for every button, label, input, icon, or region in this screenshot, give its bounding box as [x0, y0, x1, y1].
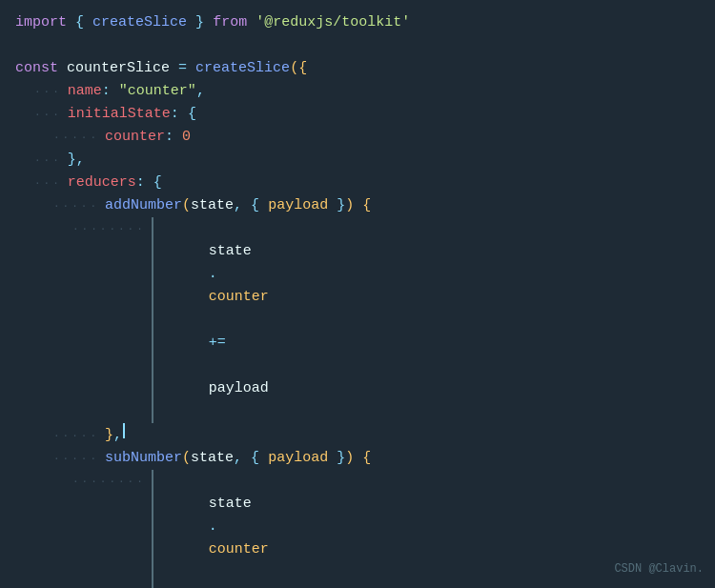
- code-line-4: ··· name : "counter" ,: [34, 80, 700, 103]
- code-line-11: ····· } ,: [53, 423, 700, 447]
- code-line-1: import { createSlice } from '@reduxjs/to…: [15, 11, 700, 34]
- code-editor: import { createSlice } from '@reduxjs/to…: [0, 0, 715, 588]
- empty-line-1: [15, 34, 700, 57]
- watermark: CSDN @Clavin.: [614, 560, 704, 578]
- code-line-7: ··· } ,: [34, 149, 700, 172]
- code-line-12: ····· subNumber ( state , { payload } ) …: [53, 447, 700, 470]
- code-line-5: ··· initialState : {: [34, 103, 700, 126]
- code-line-8: ··· reducers : {: [34, 172, 700, 194]
- keyword-import: import: [15, 11, 67, 34]
- code-line-13: ········ state . counter -= payload: [72, 470, 700, 588]
- code-line-6: ····· counter : 0: [53, 126, 700, 149]
- code-line-9: ····· addNumber ( state , { payload } ) …: [53, 194, 700, 217]
- code-line-3: const counterSlice = createSlice ( {: [15, 57, 700, 80]
- code-line-10: ········ state . counter += payload: [72, 217, 700, 423]
